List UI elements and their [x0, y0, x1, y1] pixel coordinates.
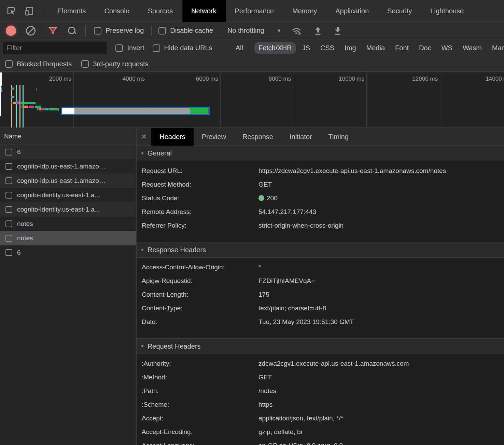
request-checkbox[interactable] — [5, 149, 12, 156]
chevron-down-icon[interactable]: ▼ — [277, 28, 282, 33]
main-tab-elements[interactable]: Elements — [48, 0, 95, 22]
header-row: Access-Control-Allow-Origin:* — [137, 260, 504, 274]
section-header-response-headers[interactable]: ▼Response Headers — [137, 242, 504, 258]
name-column-header[interactable]: Name — [0, 128, 136, 145]
details-tab-response[interactable]: Response — [234, 128, 281, 146]
details-tab-timing[interactable]: Timing — [320, 128, 357, 146]
filter-type-ws[interactable]: WS — [437, 42, 457, 54]
request-row[interactable]: cognito-identity.us-east-1.a… — [0, 202, 136, 217]
section-header-general[interactable]: ▼General — [137, 146, 504, 161]
main-tab-sources[interactable]: Sources — [139, 0, 182, 22]
request-checkbox[interactable] — [5, 163, 12, 170]
filter-type-js[interactable]: JS — [298, 42, 314, 54]
header-value: 200 — [258, 194, 278, 202]
headers-sections: ▼GeneralRequest URL:https://zdcwa2cgv1.e… — [137, 146, 504, 445]
filter-type-manifest[interactable]: Manifest — [488, 42, 504, 54]
details-tab-initiator[interactable]: Initiator — [281, 128, 320, 146]
request-name: cognito-identity.us-east-1.a… — [17, 206, 101, 213]
main-tab-memory[interactable]: Memory — [283, 0, 326, 22]
header-name: Remote Address: — [142, 208, 258, 216]
throttling-select[interactable]: No throttling — [227, 27, 264, 35]
inspect-element-button[interactable] — [5, 5, 17, 17]
device-toolbar-button[interactable] — [23, 5, 35, 17]
filter-input[interactable] — [3, 42, 107, 54]
toolbar-divider — [41, 5, 41, 16]
main-tab-console[interactable]: Console — [95, 0, 138, 22]
waterfall-bar — [47, 108, 48, 110]
main-tab-performance[interactable]: Performance — [226, 0, 283, 22]
waterfall-bar — [35, 106, 41, 108]
filter-toggle-button[interactable] — [47, 25, 59, 37]
waterfall-bar — [0, 86, 1, 116]
disable-cache-checkbox[interactable] — [158, 27, 166, 35]
header-name: Content-Length: — [142, 291, 258, 298]
details-tab-preview[interactable]: Preview — [194, 128, 234, 146]
filter-type-media[interactable]: Media — [362, 42, 389, 54]
waterfall-segment — [190, 108, 208, 114]
request-row[interactable]: 6 — [0, 145, 136, 159]
triangle-down-icon: ▼ — [140, 151, 144, 156]
filter-type-doc[interactable]: Doc — [415, 42, 435, 54]
details-tabs: HeadersPreviewResponseInitiatorTiming — [151, 128, 357, 146]
timeline-tick-label: 4000 ms — [97, 76, 145, 82]
triangle-down-icon: ▼ — [140, 247, 144, 252]
section-content-request-headers: :Authority:zdcwa2cgv1.execute-api.us-eas… — [137, 354, 504, 445]
request-row[interactable]: 6 — [0, 245, 136, 260]
filter-type-font[interactable]: Font — [391, 42, 413, 54]
request-name: 6 — [17, 249, 21, 256]
filter-type-img[interactable]: Img — [340, 42, 360, 54]
filter-type-css[interactable]: CSS — [316, 42, 338, 54]
request-checkbox[interactable] — [5, 220, 12, 227]
section-content-general: Request URL:https://zdcwa2cgv1.execute-a… — [137, 161, 504, 242]
header-row: Apigw-Requestid:FZDiTjlhIAMEVqA= — [137, 274, 504, 288]
header-value: FZDiTjlhIAMEVqA= — [258, 277, 315, 285]
timeline-tick-label: 2000 ms — [24, 76, 71, 82]
request-name: cognito-idp.us-east-1.amazo… — [17, 163, 106, 170]
section-header-request-headers[interactable]: ▼Request Headers — [137, 338, 504, 354]
request-row[interactable]: cognito-idp.us-east-1.amazo… — [0, 159, 136, 174]
blocked-requests-checkbox[interactable] — [5, 60, 13, 68]
preserve-log-label: Preserve log — [106, 27, 144, 35]
network-overview-timeline[interactable]: 2000 ms4000 ms6000 ms8000 ms10000 ms1200… — [0, 72, 504, 128]
header-value: en-GB,en-US;q=0.9,en;q=0.8 — [258, 442, 343, 445]
main-tab-security[interactable]: Security — [378, 0, 421, 22]
request-row-selected[interactable]: notes — [0, 231, 136, 245]
request-checkbox[interactable] — [5, 235, 12, 242]
waterfall-bar — [39, 108, 41, 110]
export-har-button[interactable] — [332, 25, 344, 37]
request-checkbox[interactable] — [5, 192, 12, 199]
waterfall-bar — [13, 102, 16, 104]
header-value: Tue, 23 May 2023 19:51:30 GMT — [258, 318, 354, 326]
invert-checkbox[interactable] — [115, 44, 123, 52]
filter-type-wasm[interactable]: Wasm — [459, 42, 486, 54]
third-party-requests-checkbox[interactable] — [81, 60, 89, 68]
header-name: Date: — [142, 318, 258, 326]
request-row[interactable]: notes — [0, 217, 136, 231]
request-row[interactable]: cognito-identity.us-east-1.a… — [0, 188, 136, 202]
main-tab-lighthouse[interactable]: Lighthouse — [421, 0, 473, 22]
filter-type-fetch-xhr[interactable]: Fetch/XHR — [254, 42, 296, 54]
preserve-log-checkbox[interactable] — [94, 27, 101, 35]
request-row[interactable]: cognito-idp.us-east-1.amazo… — [0, 174, 136, 188]
header-row: :Scheme:https — [137, 398, 504, 412]
request-checkbox[interactable] — [5, 177, 12, 184]
request-checkbox[interactable] — [5, 206, 12, 213]
main-tab-network[interactable]: Network — [182, 0, 225, 22]
header-value: GET — [258, 374, 272, 381]
close-icon[interactable]: × — [141, 131, 146, 142]
import-har-button[interactable] — [312, 25, 324, 37]
search-button[interactable] — [66, 25, 78, 37]
request-checkbox[interactable] — [5, 249, 12, 256]
hide-data-urls-checkbox[interactable] — [153, 44, 160, 52]
requests-table: Name 6cognito-idp.us-east-1.amazo…cognit… — [0, 128, 137, 445]
header-name: :Path: — [142, 387, 258, 395]
network-conditions-button[interactable]: ⚙ — [291, 25, 302, 37]
header-row: Request URL:https://zdcwa2cgv1.execute-a… — [137, 164, 504, 178]
filter-type-all[interactable]: All — [232, 42, 247, 54]
details-tab-headers[interactable]: Headers — [151, 128, 194, 146]
main-tab-application[interactable]: Application — [326, 0, 378, 22]
header-value: zdcwa2cgv1.execute-api.us-east-1.amazona… — [258, 360, 409, 367]
request-rows: 6cognito-idp.us-east-1.amazo…cognito-idp… — [0, 145, 136, 260]
clear-network-log-button[interactable] — [25, 25, 37, 37]
record-network-log-button[interactable] — [5, 25, 17, 37]
